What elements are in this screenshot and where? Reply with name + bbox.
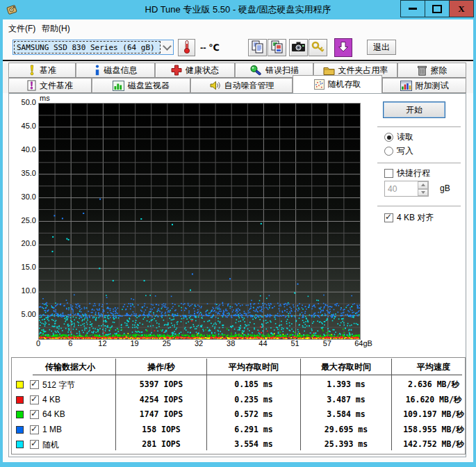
- spinner-down-button[interactable]: [418, 189, 428, 197]
- series-checkbox[interactable]: [30, 410, 39, 419]
- table-cell-max_access: 29.695 ms: [297, 425, 395, 434]
- arrow-up-icon: [421, 183, 425, 186]
- results-table: 传输数据大小操作/秒平均存取时间最大存取时间平均速度512 字节5397 IOP…: [11, 357, 466, 454]
- table-row: 4 KB4254 IOPS0.235 ms3.487 ms16.620 MB/秒: [12, 393, 465, 408]
- short-stroke-row[interactable]: 快捷行程: [384, 167, 430, 179]
- tab-strip: 基准磁盘信息健康状态错误扫描文件夹占用率擦除 文件基准磁盘监视器自动噪音管理随机…: [3, 61, 473, 93]
- start-button[interactable]: 开始: [383, 101, 445, 118]
- tab-disk-monitor[interactable]: 磁盘监视器: [92, 78, 190, 93]
- capacity-unit: gB: [440, 183, 450, 193]
- copy-text-icon: [250, 40, 265, 56]
- save-button[interactable]: [334, 38, 352, 57]
- table-header: 平均速度: [385, 361, 476, 373]
- separator: [377, 206, 461, 208]
- temperature-readout: -- ℃: [200, 42, 220, 53]
- x-tick-label: 64gB: [350, 339, 377, 347]
- menu-item-file[interactable]: 文件(F): [6, 22, 38, 35]
- maximize-button[interactable]: [425, 0, 450, 17]
- tab-extra-tests[interactable]: 附加测试: [382, 78, 466, 93]
- capacity-spinner[interactable]: 40: [384, 181, 429, 197]
- capacity-value[interactable]: 40: [385, 181, 418, 196]
- copy-text-button[interactable]: [248, 39, 267, 56]
- disk-monitor-icon: [113, 81, 124, 91]
- minimize-button[interactable]: [400, 0, 425, 17]
- file-benchmark-icon: [27, 80, 36, 91]
- table-row: 随机281 IOPS3.554 ms25.393 ms142.752 MB/秒: [12, 438, 465, 452]
- minimize-icon: [409, 8, 417, 10]
- tab-erase[interactable]: 擦除: [397, 63, 466, 78]
- series-checkbox[interactable]: [30, 395, 39, 404]
- options-button[interactable]: [309, 39, 327, 56]
- menu-item-help[interactable]: 帮助(H): [39, 22, 73, 35]
- y-tick-label: 15.0: [8, 263, 36, 271]
- series-checkbox[interactable]: [30, 425, 39, 434]
- write-radio[interactable]: [384, 147, 393, 156]
- tab-label: 附加测试: [416, 80, 449, 92]
- align-4kb-label: 4 KB 对齐: [397, 212, 434, 224]
- short-stroke-label: 快捷行程: [397, 167, 430, 179]
- table-cell-max_access: 1.393 ms: [297, 379, 395, 389]
- copy-image-button[interactable]: [268, 39, 286, 56]
- table-cell-ops: 281 IOPS: [113, 439, 210, 449]
- table-cell-ops: 1747 IOPS: [113, 409, 210, 419]
- options-icon: [311, 40, 325, 56]
- series-color-swatch: [16, 396, 24, 404]
- tab-label: 随机存取: [328, 79, 361, 90]
- x-tick-label: 12: [88, 339, 116, 347]
- title-bar: HD Tune 专业版 5.50 - 硬盘/固态硬盘实用程序 X: [0, 0, 476, 19]
- folder-usage-icon: [323, 65, 335, 76]
- camera-icon: [291, 41, 306, 55]
- close-icon: X: [458, 3, 464, 15]
- disk-info-icon: [94, 65, 101, 76]
- tab-disk-info[interactable]: 磁盘信息: [76, 63, 155, 78]
- tab-random-access[interactable]: 随机存取: [293, 75, 382, 93]
- y-tick-label: 45.0: [8, 122, 36, 130]
- header-underline: [33, 375, 462, 375]
- y-axis-unit: ms: [40, 94, 50, 102]
- y-tick-label: 40.0: [8, 145, 36, 154]
- tab-aam[interactable]: 自动噪音管理: [190, 78, 293, 93]
- benchmark-icon: [28, 65, 36, 76]
- series-checkbox[interactable]: [30, 440, 39, 449]
- drive-select[interactable]: SAMSUNG SSD 830 Series (64 gB): [13, 40, 174, 55]
- tab-health[interactable]: 健康状态: [155, 63, 235, 78]
- separator: [377, 163, 461, 165]
- drive-select-dropdown-button[interactable]: [161, 40, 173, 54]
- series-checkbox[interactable]: [30, 380, 39, 389]
- y-tick-label: 50.0: [8, 98, 36, 106]
- y-tick-label: 20.0: [8, 239, 36, 247]
- x-tick-label: 32: [185, 339, 213, 347]
- write-label: 写入: [397, 145, 413, 157]
- tab-label: 错误扫描: [265, 65, 299, 76]
- thermometer-icon: [181, 40, 193, 56]
- tab-file-benchmark[interactable]: 文件基准: [8, 78, 92, 93]
- tab-label: 基准: [40, 65, 56, 76]
- exit-button[interactable]: 退出: [367, 40, 396, 55]
- table-cell-avg_speed: 142.752 MB/秒: [385, 439, 476, 450]
- tab-benchmark[interactable]: 基准: [8, 63, 76, 78]
- read-radio[interactable]: [384, 133, 393, 142]
- y-tick-label: 35.0: [8, 169, 36, 177]
- table-cell-ops: 158 IOPS: [113, 425, 210, 434]
- y-tick-label: 10.0: [8, 286, 36, 295]
- health-icon: [171, 65, 182, 76]
- read-radio-row[interactable]: 读取: [384, 131, 413, 143]
- separator: [377, 126, 461, 129]
- write-radio-row[interactable]: 写入: [384, 145, 413, 157]
- x-tick-label: 0: [24, 339, 52, 347]
- x-tick-label: 19: [121, 339, 149, 347]
- screenshot-button[interactable]: [289, 39, 308, 56]
- tab-label: 擦除: [431, 65, 448, 76]
- align-4kb-checkbox[interactable]: [384, 213, 393, 222]
- temperature-button[interactable]: [178, 39, 195, 56]
- table-cell-avg_speed: 109.197 MB/秒: [385, 409, 476, 420]
- app-window: HD Tune 专业版 5.50 - 硬盘/固态硬盘实用程序 X 文件(F)帮助…: [0, 0, 476, 467]
- table-cell-avg_access: 0.235 ms: [205, 395, 302, 404]
- table-cell-avg_access: 0.185 ms: [205, 379, 302, 389]
- table-cell-avg_speed: 158.955 MB/秒: [385, 425, 476, 435]
- maximize-icon: [432, 5, 442, 13]
- close-button[interactable]: X: [449, 0, 474, 17]
- short-stroke-checkbox[interactable]: [384, 169, 393, 178]
- spinner-up-button[interactable]: [418, 181, 428, 189]
- align-row[interactable]: 4 KB 对齐: [384, 212, 434, 224]
